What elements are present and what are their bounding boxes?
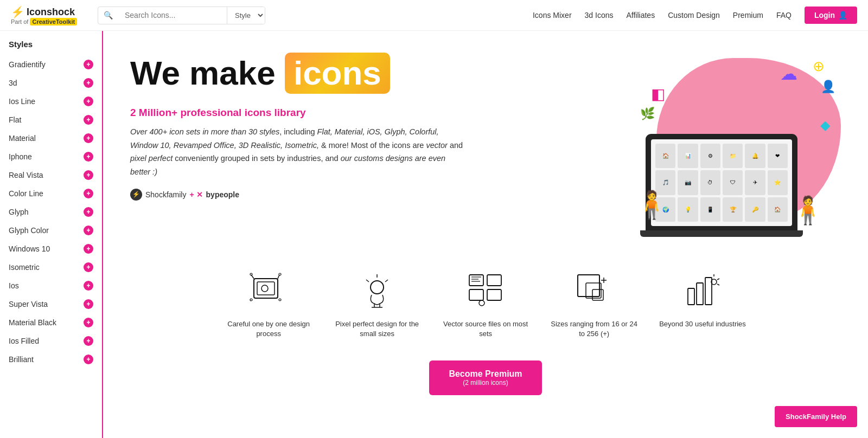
nav-3d-icons[interactable]: 3d Icons: [585, 11, 614, 20]
shockfamily-help-button[interactable]: ShockFamily Help: [775, 406, 857, 427]
hero-subtitle-suffix: professional icons library: [177, 107, 306, 118]
nav-links: Icons Mixer 3d Icons Affiliates Custom D…: [533, 7, 857, 24]
sidebar-item-label: Real Vista: [9, 171, 84, 179]
laptop-icon-cell: 📷: [678, 170, 698, 195]
user-icon: 👤: [838, 11, 847, 20]
sidebar-item-label: Glyph: [9, 208, 84, 216]
premium-button[interactable]: Become Premium (2 million icons): [429, 360, 541, 395]
sidebar-item-color-line[interactable]: Color Line +: [0, 184, 102, 203]
sidebar-plus-icon: +: [84, 262, 93, 272]
float-figure-right: 🧍: [791, 195, 825, 226]
float-icon-leaf: 🌿: [640, 107, 655, 121]
svg-rect-29: [688, 288, 694, 305]
sidebar-item-material[interactable]: Material +: [0, 129, 102, 147]
sidebar-item-material-black[interactable]: Material Black +: [0, 313, 102, 332]
svg-rect-31: [705, 278, 712, 305]
logo-brand: CreativeToolkit: [30, 18, 77, 25]
feature-pixel-perfect: Pixel perfect design for the small sizes: [334, 269, 420, 339]
hero-image: ☁ ⊕ 👤 ◧ 🌿 ◆ 🏠 📊 ⚙ 📁 🔔 ❤ 🎵 📷: [635, 53, 841, 237]
sidebar-item-brilliant[interactable]: Brilliant +: [0, 350, 102, 369]
svg-rect-26: [592, 289, 603, 300]
style-select[interactable]: Style: [227, 7, 265, 24]
sidebar-item-flat[interactable]: Flat +: [0, 111, 102, 129]
sidebar-plus-icon: +: [84, 355, 93, 364]
sidebar-item-iphone[interactable]: Iphone +: [0, 147, 102, 166]
svg-line-11: [385, 280, 388, 282]
feature-label-vector: Vector source files on most sets: [442, 319, 529, 339]
sidebar-item-real-vista[interactable]: Real Vista +: [0, 166, 102, 184]
premium-wrap: Become Premium (2 million icons): [130, 360, 841, 395]
feature-sizes: Sizes ranging from 16 or 24 to 256 (+): [551, 269, 637, 339]
laptop-icon-cell: 🏆: [723, 197, 743, 222]
nav-premium[interactable]: Premium: [733, 11, 763, 20]
hero-family: ⚡ Shockfamily + ✕ bypeople: [130, 189, 467, 201]
sidebar-item-ios[interactable]: Ios +: [0, 276, 102, 295]
svg-rect-1: [257, 282, 275, 295]
sidebar-item-label: Ios Filled: [9, 337, 84, 345]
svg-rect-19: [487, 289, 501, 300]
svg-point-9: [371, 281, 384, 294]
search-input[interactable]: [118, 7, 227, 23]
logo-name: Iconshock: [27, 7, 75, 18]
nav-icons-mixer[interactable]: Icons Mixer: [533, 11, 572, 20]
laptop-icon-cell: 💡: [678, 197, 698, 222]
float-icon-person: 👤: [821, 80, 835, 94]
sidebar-item-ios-filled[interactable]: Ios Filled +: [0, 332, 102, 350]
laptop-icon-cell: ❤: [768, 144, 788, 168]
sidebar-item-label: Super Vista: [9, 300, 84, 308]
hero-heading-highlight: icons: [285, 53, 390, 94]
hero-subtitle: 2 Million+ professional icons library: [130, 107, 467, 119]
logo-icon: ⚡: [11, 5, 24, 18]
sidebar-item-label: Brilliant: [9, 355, 84, 364]
premium-btn-line2: (2 million icons): [449, 379, 522, 387]
sidebar-item-glyph-color[interactable]: Glyph Color +: [0, 221, 102, 240]
sizes-svg: [575, 272, 613, 310]
laptop-icon-cell: 🏠: [655, 144, 675, 168]
laptop-icon-cell: ⏱: [700, 170, 720, 195]
header: ⚡ Iconshock Part of CreativeToolkit 🔍 St…: [0, 0, 868, 31]
feature-label-industries: Beyond 30 useful industries: [659, 319, 746, 329]
sidebar-item-3d[interactable]: 3d +: [0, 74, 102, 92]
sidebar-plus-icon: +: [84, 207, 93, 217]
login-button[interactable]: Login 👤: [805, 7, 857, 24]
hero-laptop: 🏠 📊 ⚙ 📁 🔔 ❤ 🎵 📷 ⏱ 🛡 ✈ ⭐ 🌍 💡: [646, 134, 797, 231]
sidebar-item-gradientify[interactable]: Gradientify +: [0, 55, 102, 74]
sidebar-plus-icon: +: [84, 189, 93, 198]
sidebar-item-glyph[interactable]: Glyph +: [0, 203, 102, 221]
svg-point-7: [250, 299, 252, 301]
laptop-icon-cell: ✈: [745, 170, 765, 195]
laptop-icon-cell: 📱: [700, 197, 720, 222]
svg-point-23: [479, 300, 484, 306]
hero-laptop-screen: 🏠 📊 ⚙ 📁 🔔 ❤ 🎵 📷 ⏱ 🛡 ✈ ⭐ 🌍 💡: [651, 139, 792, 226]
sidebar-item-windows-10[interactable]: Windows 10 +: [0, 240, 102, 258]
hero-description: Over 400+ icon sets in more than 30 styl…: [130, 125, 467, 179]
nav-custom-design[interactable]: Custom Design: [668, 11, 720, 20]
svg-point-2: [261, 285, 268, 292]
svg-line-34: [717, 279, 719, 280]
feature-vector-source: Vector source files on most sets: [442, 269, 529, 339]
main-layout: Styles Gradientify + 3d + Ios Line + Fla…: [0, 31, 868, 438]
sidebar-item-super-vista[interactable]: Super Vista +: [0, 295, 102, 313]
nav-affiliates[interactable]: Affiliates: [626, 11, 655, 20]
feature-label-sizes: Sizes ranging from 16 or 24 to 256 (+): [551, 319, 637, 339]
shockfamily-icon: ⚡: [130, 189, 142, 201]
logo-sub-text: Part of: [11, 18, 28, 25]
hero-family-prefix: Shockfamily: [145, 190, 186, 199]
logo-sub-line: Part of CreativeToolkit: [11, 18, 87, 25]
premium-btn-line1: Become Premium: [449, 369, 522, 379]
hero-section: We make icons 2 Million+ professional ic…: [130, 53, 841, 237]
hero-subtitle-prefix: 2 Million+: [130, 107, 177, 118]
svg-rect-16: [469, 275, 483, 286]
nav-faq[interactable]: FAQ: [776, 11, 792, 20]
hero-heading: We make icons: [130, 53, 467, 94]
svg-rect-17: [469, 289, 483, 300]
sidebar-plus-icon: +: [84, 170, 93, 180]
sidebar-item-label: Glyph Color: [9, 226, 84, 235]
sidebar-plus-icon: +: [84, 226, 93, 235]
industries-svg: [684, 272, 722, 310]
sidebar-item-isometric[interactable]: Isometric +: [0, 258, 102, 276]
feature-icon-design: [247, 269, 290, 313]
sidebar-item-ios-line[interactable]: Ios Line +: [0, 92, 102, 111]
sidebar-plus-icon: +: [84, 60, 93, 69]
sidebar-title: Styles: [0, 40, 102, 55]
